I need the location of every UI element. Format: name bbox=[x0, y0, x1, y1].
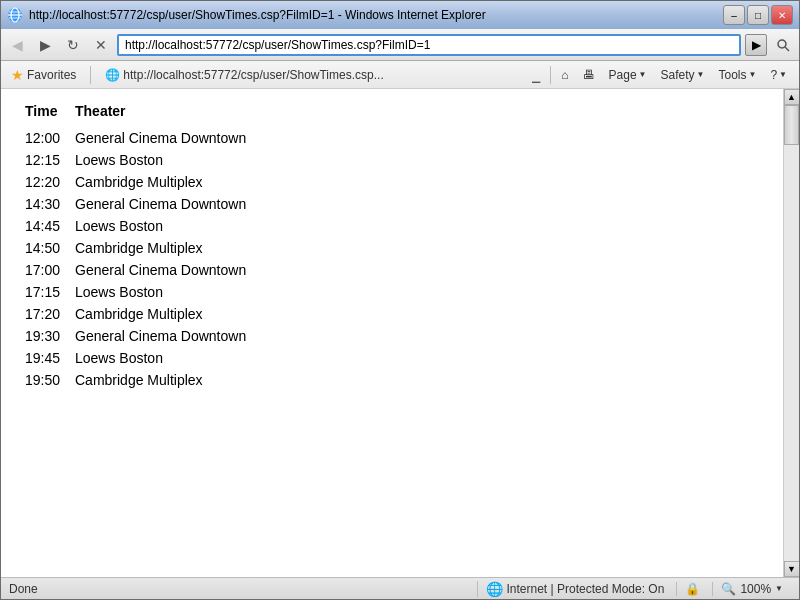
scroll-thumb[interactable] bbox=[784, 105, 799, 145]
minimize-button[interactable]: – bbox=[723, 5, 745, 25]
showtime-time: 19:30 bbox=[21, 325, 71, 347]
showtime-time: 19:50 bbox=[21, 369, 71, 391]
tools-dropdown-arrow: ▼ bbox=[748, 70, 756, 79]
back-button[interactable]: ◀ bbox=[5, 33, 29, 57]
toolbar-separator-1 bbox=[90, 66, 91, 84]
showtime-theater: General Cinema Downtown bbox=[71, 127, 254, 149]
safety-label: Safety bbox=[661, 68, 695, 82]
maximize-button[interactable]: □ bbox=[747, 5, 769, 25]
table-row: 14:30General Cinema Downtown bbox=[21, 193, 254, 215]
table-row: 17:00General Cinema Downtown bbox=[21, 259, 254, 281]
status-right: 🌐 Internet | Protected Mode: On 🔒 🔍 100%… bbox=[477, 581, 792, 597]
favorites-label: Favorites bbox=[27, 68, 76, 82]
showtime-theater: Cambridge Multiplex bbox=[71, 303, 254, 325]
ie-tab-icon: 🌐 bbox=[105, 68, 120, 82]
toolbar-separator-2 bbox=[550, 66, 551, 84]
ie-tab[interactable]: 🌐 http://localhost:57772/csp/user/ShowTi… bbox=[101, 66, 387, 84]
print-button[interactable]: 🖶 bbox=[577, 66, 601, 84]
window-controls: – □ ✕ bbox=[723, 5, 793, 25]
close-button[interactable]: ✕ bbox=[771, 5, 793, 25]
help-button[interactable]: ? ▼ bbox=[764, 66, 793, 84]
lock-icon: 🔒 bbox=[685, 582, 700, 596]
page-button[interactable]: Page ▼ bbox=[603, 66, 653, 84]
showtime-theater: Loews Boston bbox=[71, 215, 254, 237]
time-column-header: Time bbox=[21, 101, 71, 127]
showtime-time: 12:20 bbox=[21, 171, 71, 193]
showtimes-table: Time Theater 12:00General Cinema Downtow… bbox=[21, 101, 254, 391]
page-label: Page bbox=[609, 68, 637, 82]
ie-icon bbox=[7, 7, 23, 23]
add-tab-button[interactable]: ⎯ bbox=[526, 65, 546, 85]
tools-button[interactable]: Tools ▼ bbox=[712, 66, 762, 84]
table-row: 17:15Loews Boston bbox=[21, 281, 254, 303]
window-title: http://localhost:57772/csp/user/ShowTime… bbox=[29, 8, 486, 22]
showtime-theater: General Cinema Downtown bbox=[71, 259, 254, 281]
zoom-dropdown-arrow[interactable]: ▼ bbox=[775, 584, 783, 593]
toolbar: ★ Favorites 🌐 http://localhost:57772/csp… bbox=[1, 61, 799, 89]
table-row: 14:45Loews Boston bbox=[21, 215, 254, 237]
address-bar[interactable] bbox=[117, 34, 741, 56]
showtime-theater: General Cinema Downtown bbox=[71, 325, 254, 347]
help-label: ? bbox=[770, 68, 777, 82]
zoom-level: 100% bbox=[740, 582, 771, 596]
zoom-icon: 🔍 bbox=[721, 582, 736, 596]
svg-point-5 bbox=[778, 40, 786, 48]
table-row: 14:50Cambridge Multiplex bbox=[21, 237, 254, 259]
safety-button[interactable]: Safety ▼ bbox=[655, 66, 711, 84]
internet-mode-label: Internet | Protected Mode: On bbox=[507, 582, 665, 596]
title-bar-left: http://localhost:57772/csp/user/ShowTime… bbox=[7, 7, 486, 23]
table-row: 12:20Cambridge Multiplex bbox=[21, 171, 254, 193]
globe-icon: 🌐 bbox=[486, 581, 503, 597]
status-text: Done bbox=[9, 582, 477, 596]
tools-label: Tools bbox=[718, 68, 746, 82]
table-row: 19:50Cambridge Multiplex bbox=[21, 369, 254, 391]
stop-button[interactable]: ✕ bbox=[89, 33, 113, 57]
showtime-time: 14:50 bbox=[21, 237, 71, 259]
showtime-time: 14:45 bbox=[21, 215, 71, 237]
forward-button[interactable]: ▶ bbox=[33, 33, 57, 57]
title-bar: http://localhost:57772/csp/user/ShowTime… bbox=[1, 1, 799, 29]
go-button[interactable]: ▶ bbox=[745, 34, 767, 56]
status-zoom: 🔍 100% ▼ bbox=[712, 582, 791, 596]
scroll-down-button[interactable]: ▼ bbox=[784, 561, 800, 577]
toolbar-right: ⎯ ⌂ 🖶 Page ▼ Safety ▼ Tools ▼ ? ▼ bbox=[526, 65, 793, 85]
showtime-theater: Cambridge Multiplex bbox=[71, 237, 254, 259]
home-button[interactable]: ⌂ bbox=[555, 66, 574, 84]
status-internet: 🌐 Internet | Protected Mode: On bbox=[477, 581, 673, 597]
showtime-time: 19:45 bbox=[21, 347, 71, 369]
table-row: 12:15Loews Boston bbox=[21, 149, 254, 171]
table-row: 19:30General Cinema Downtown bbox=[21, 325, 254, 347]
nav-bar: ◀ ▶ ↻ ✕ ▶ bbox=[1, 29, 799, 61]
scroll-up-button[interactable]: ▲ bbox=[784, 89, 800, 105]
help-dropdown-arrow: ▼ bbox=[779, 70, 787, 79]
favorites-button[interactable]: ★ Favorites bbox=[7, 65, 80, 85]
showtime-theater: Loews Boston bbox=[71, 281, 254, 303]
tab-label: http://localhost:57772/csp/user/ShowTime… bbox=[123, 68, 383, 82]
safety-dropdown-arrow: ▼ bbox=[697, 70, 705, 79]
showtime-time: 14:30 bbox=[21, 193, 71, 215]
showtime-theater: General Cinema Downtown bbox=[71, 193, 254, 215]
showtime-time: 17:15 bbox=[21, 281, 71, 303]
showtime-time: 12:00 bbox=[21, 127, 71, 149]
showtime-theater: Cambridge Multiplex bbox=[71, 171, 254, 193]
showtime-theater: Loews Boston bbox=[71, 149, 254, 171]
table-row: 19:45Loews Boston bbox=[21, 347, 254, 369]
showtime-theater: Loews Boston bbox=[71, 347, 254, 369]
table-row: 12:00General Cinema Downtown bbox=[21, 127, 254, 149]
svg-line-6 bbox=[785, 47, 789, 51]
table-row: 17:20Cambridge Multiplex bbox=[21, 303, 254, 325]
theater-column-header: Theater bbox=[71, 101, 254, 127]
status-bar: Done 🌐 Internet | Protected Mode: On 🔒 🔍… bbox=[1, 577, 799, 599]
star-icon: ★ bbox=[11, 67, 24, 83]
search-icon[interactable] bbox=[771, 33, 795, 57]
refresh-button[interactable]: ↻ bbox=[61, 33, 85, 57]
showtime-time: 17:00 bbox=[21, 259, 71, 281]
scrollbar[interactable]: ▲ ▼ bbox=[783, 89, 799, 577]
scroll-track[interactable] bbox=[784, 105, 799, 561]
showtime-time: 17:20 bbox=[21, 303, 71, 325]
showtime-theater: Cambridge Multiplex bbox=[71, 369, 254, 391]
browser-window: http://localhost:57772/csp/user/ShowTime… bbox=[0, 0, 800, 600]
main-content: Time Theater 12:00General Cinema Downtow… bbox=[1, 89, 783, 577]
status-security: 🔒 bbox=[676, 582, 708, 596]
page-dropdown-arrow: ▼ bbox=[639, 70, 647, 79]
